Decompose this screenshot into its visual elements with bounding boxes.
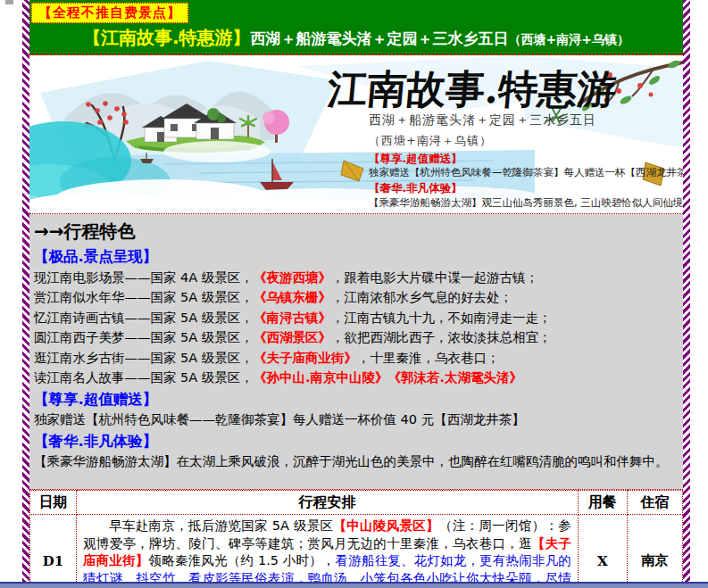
text-segment: 《夜游西塘》 <box>254 270 331 285</box>
banner-gift-text: 独家赠送【杭州特色风味餐—乾隆御茶宴】每人赠送一杯【西湖龙井茶】 <box>369 166 683 179</box>
text-segment: 《夫子庙商业街》 <box>254 351 357 365</box>
gift-heading: 【尊享.超值赠送】 <box>34 390 679 409</box>
day-cell: D1 <box>30 515 77 588</box>
promo-banner: 江南故事.特惠游 西湖＋船游鼋头渚＋定园＋三水乡五日 （西塘+南浔＋乌镇） 【尊… <box>29 55 683 214</box>
itinerary-table: 日期 行程安排 用餐 住宿 D1 早车赴南京，抵后游览国家 5A 级景区【中山陵… <box>29 490 683 588</box>
gift-text: 独家赠送【杭州特色风味餐——乾隆御茶宴】每人赠送一杯价值 40 元【西湖龙井茶】 <box>34 411 679 428</box>
text-segment: ，江南浓郁水乡气息的好去处； <box>331 290 512 304</box>
text-segment: （西塘+南浔+乌镇） <box>509 32 629 46</box>
luxury-text: 【乘豪华游船畅游太湖】在太湖上乘风破浪，沉醉于湖光山色的美景中，也陶醉在红嘴鸥清… <box>34 453 679 470</box>
text-segment: ，跟着电影大片碟中谍一起游古镇； <box>331 270 538 285</box>
text-segment: 西湖＋船游鼋头渚＋定园＋三水乡五日 <box>251 29 509 47</box>
text-segment: 逛江南水乡古街——国家 5A 级景区， <box>34 351 254 365</box>
text-segment: 【江南故事.特惠游】 <box>83 27 251 48</box>
feature-line: 圆江南西子美梦——国家 5A 级景区，《西湖景区》，欲把西湖比西子，浓妆淡抹总相… <box>34 329 679 346</box>
tour-header-band: 【全程不推自费景点】 【江南故事.特惠游】西湖＋船游鼋头渚＋定园＋三水乡五日（西… <box>29 0 683 55</box>
feature-line: 读江南名人故事——国家 5A 级景区，《孙中山.南京中山陵》《郭沫若.太湖鼋头渚… <box>34 369 679 386</box>
text-segment: 赏江南似水年华——国家 5A 级景区， <box>34 290 254 304</box>
text-segment: ，十里秦淮，乌衣巷口； <box>357 351 500 365</box>
features-heading: →→行程特色 <box>34 220 679 243</box>
window-corner-mark <box>5 0 13 4</box>
meals-cell: X <box>578 515 627 588</box>
bottom-scrollbar[interactable] <box>0 582 708 588</box>
header-cell-plan: 行程安排 <box>77 491 579 515</box>
text-segment: ，欲把西湖比西子，浓妆淡抹总相宜； <box>331 330 552 344</box>
text-segment: 领略秦淮风光（约 1.5 小时）， <box>149 553 336 567</box>
text-segment: 圆江南西子美梦——国家 5A 级景区， <box>34 330 254 344</box>
table-header-row: 日期 行程安排 用餐 住宿 <box>30 491 683 515</box>
text-segment: 早车赴南京，抵后游览国家 5A 级景区 <box>109 518 333 533</box>
page-art-border-left <box>22 0 29 582</box>
header-cell-date: 日期 <box>30 491 77 515</box>
text-segment: ，江南古镇九十九，不如南浔走一走； <box>331 311 552 325</box>
banner-calligraphy-title: 江南故事.特惠游 <box>291 61 654 118</box>
plan-text: 早车赴南京，抵后游览国家 5A 级景区【中山陵风景区】（注：周一闭馆）：参观博爱… <box>83 518 571 588</box>
stay-cell: 南京 <box>627 515 682 588</box>
feature-line: 逛江南水乡古街——国家 5A 级景区，《夫子庙商业街》，十里秦淮，乌衣巷口； <box>34 350 679 367</box>
tour-title: 【江南故事.特惠游】西湖＋船游鼋头渚＋定园＋三水乡五日（西塘+南浔+乌镇） <box>29 26 683 50</box>
text-segment: 《西湖景区》 <box>254 330 331 344</box>
plan-cell: 早车赴南京，抵后游览国家 5A 级景区【中山陵风景区】（注：周一闭馆）：参观博爱… <box>77 515 579 588</box>
text-segment: 读江南名人故事——国家 5A 级景区， <box>34 370 254 385</box>
banner-gift-heading: 【尊享.超值赠送】 <box>369 152 462 167</box>
banner-subtitle-line2: （西塘+南浔＋乌镇） <box>369 133 492 149</box>
header-cell-meals: 用餐 <box>578 491 627 515</box>
document-page: { "header": { "notice": "【全程不推自费景点】", "t… <box>0 0 708 588</box>
luxury-heading: 【奢华.非凡体验】 <box>34 432 679 451</box>
banner-luxury-text: 【乘豪华游船畅游太湖】观三山仙岛秀丽景色, 三山映碧恰似人间仙境 <box>369 196 683 210</box>
text-segment: 《孙中山.南京中山陵》《郭沫若.太湖鼋头渚》 <box>254 370 522 385</box>
feature-list: 现江南电影场景——国家 4A 级景区，《夜游西塘》，跟着电影大片碟中谍一起游古镇… <box>33 269 679 387</box>
table-row-day1: D1 早车赴南京，抵后游览国家 5A 级景区【中山陵风景区】（注：周一闭馆）：参… <box>30 515 683 588</box>
text-segment: 【中山陵风景区】 <box>333 518 439 533</box>
text-segment: 《乌镇东栅》 <box>254 290 331 304</box>
header-cell-stay: 住宿 <box>627 491 682 515</box>
highlight-spots-heading: 【极品.景点呈现】 <box>34 247 679 266</box>
feature-line: 忆江南诗画古镇——国家 5A 级景区，《南浔古镇》，江南古镇九十九，不如南浔走一… <box>34 310 679 327</box>
document-content: 【全程不推自费景点】 【江南故事.特惠游】西湖＋船游鼋头渚＋定园＋三水乡五日（西… <box>29 0 683 588</box>
text-segment: 现江南电影场景——国家 4A 级景区， <box>34 270 254 285</box>
features-section: →→行程特色 【极品.景点呈现】 现江南电影场景——国家 4A 级景区，《夜游西… <box>29 214 683 490</box>
banner-luxury-heading: 【奢华.非凡体验】 <box>369 181 462 196</box>
no-shopping-notice-badge: 【全程不推自费景点】 <box>31 3 188 23</box>
banner-subtitle-line1: 西湖＋船游鼋头渚＋定园＋三水乡五日 <box>369 112 596 128</box>
feature-line: 现江南电影场景——国家 4A 级景区，《夜游西塘》，跟着电影大片碟中谍一起游古镇… <box>34 269 679 286</box>
text-segment: 《南浔古镇》 <box>254 311 331 325</box>
text-segment: 忆江南诗画古镇——国家 5A 级景区， <box>34 311 254 325</box>
page-art-border-right <box>683 0 690 582</box>
feature-line: 赏江南似水年华——国家 5A 级景区，《乌镇东栅》，江南浓郁水乡气息的好去处； <box>34 289 679 306</box>
